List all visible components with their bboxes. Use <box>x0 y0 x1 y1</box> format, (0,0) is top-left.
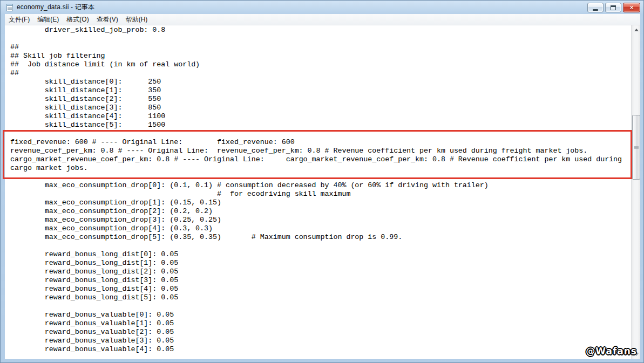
title-bar[interactable]: economy_data.sii - 记事本 ✕ <box>1 1 643 14</box>
menu-format[interactable]: 格式(O) <box>63 14 92 25</box>
window-title: economy_data.sii - 记事本 <box>17 3 94 12</box>
notepad-icon <box>5 3 14 12</box>
maximize-button[interactable] <box>605 3 621 12</box>
editor-content[interactable]: driver_skilled_job_prob: 0.8 ## ## Skill… <box>5 25 630 354</box>
text-editor-area[interactable]: driver_skilled_job_prob: 0.8 ## ## Skill… <box>5 25 631 359</box>
scroll-up-button[interactable] <box>632 25 641 35</box>
menu-file[interactable]: 文件(F) <box>5 14 33 25</box>
maximize-icon <box>611 5 616 10</box>
menu-help[interactable]: 帮助(H) <box>122 14 152 25</box>
minimize-icon <box>593 9 598 11</box>
scroll-up-icon <box>634 29 639 31</box>
menu-bar: 文件(F) 编辑(E) 格式(O) 查看(V) 帮助(H) <box>5 14 640 25</box>
menu-view[interactable]: 查看(V) <box>93 14 122 25</box>
close-icon: ✕ <box>629 5 634 11</box>
vertical-scrollbar[interactable] <box>631 25 640 359</box>
watermark: @Wafans <box>586 346 637 357</box>
scrollbar-grip-icon <box>634 146 639 149</box>
scrollbar-thumb[interactable] <box>632 115 640 180</box>
minimize-button[interactable] <box>587 3 604 12</box>
notepad-window: economy_data.sii - 记事本 ✕ 文件(F) 编辑(E) 格式(… <box>0 0 644 363</box>
close-button[interactable]: ✕ <box>623 3 640 12</box>
menu-edit[interactable]: 编辑(E) <box>33 14 63 25</box>
window-controls: ✕ <box>587 3 640 12</box>
